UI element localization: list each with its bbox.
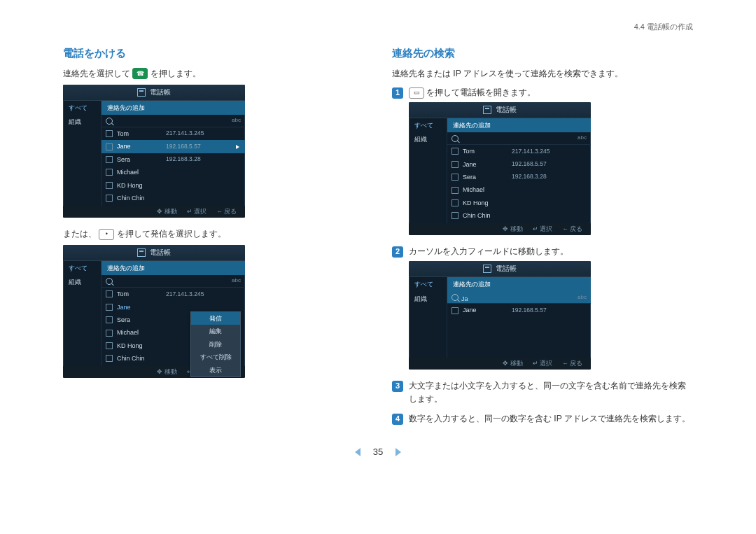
- list-item[interactable]: Sera192.168.3.28: [447, 171, 591, 183]
- list-item[interactable]: Chin Chin: [102, 192, 245, 204]
- right-intro: 連絡先名または IP アドレスを使って連絡先を検索できます。: [392, 67, 693, 80]
- step-2: 2 カーソルを入力フィールドに移動します。: [392, 245, 693, 258]
- menu-delete[interactable]: 削除: [191, 338, 240, 351]
- foot-back: ← 戻る: [562, 225, 582, 234]
- breadcrumb: 4.4 電話帳の作成: [63, 21, 693, 34]
- page-number: 35: [373, 445, 383, 460]
- input-mode: abc: [232, 276, 241, 286]
- foot-back: ← 戻る: [216, 207, 237, 217]
- search-icon: [451, 135, 458, 142]
- foot-select: ↵ 選択: [533, 359, 552, 369]
- step-badge: 2: [392, 246, 403, 258]
- list-item[interactable]: Michael: [447, 183, 591, 196]
- foot-move: ✥ 移動: [503, 225, 522, 234]
- step-text: 大文字または小文字を入力すると、同一の文字を含む名前で連絡先を検索します。: [409, 379, 693, 406]
- page-nav: 35: [63, 445, 693, 460]
- phonebook-title: 電話帳: [496, 104, 517, 115]
- search-row[interactable]: abc: [102, 275, 245, 288]
- search-input[interactable]: [115, 118, 229, 125]
- tab-all[interactable]: すべて: [409, 118, 447, 132]
- foot-move: ✥ 移動: [157, 207, 176, 217]
- contact-list: Tom217.141.3.245 Jane192.168.5.57 Sera19…: [447, 145, 591, 223]
- phonebook-title: 電話帳: [150, 87, 171, 98]
- search-row[interactable]: abc: [447, 132, 591, 145]
- add-contact[interactable]: 連絡先の追加: [102, 101, 245, 115]
- list-item[interactable]: KD Hong: [447, 197, 591, 209]
- book-icon: [137, 248, 146, 257]
- book-key-icon: ▭: [409, 87, 424, 99]
- text: 連絡先を選択して: [63, 69, 132, 78]
- menu-call[interactable]: 発信: [191, 312, 240, 325]
- add-contact[interactable]: 連絡先の追加: [447, 277, 591, 291]
- tab-org[interactable]: 組織: [409, 132, 447, 146]
- phonebook-figure-2: 電話帳 すべて 組織 連絡先の追加 abc: [63, 245, 364, 378]
- add-contact[interactable]: 連絡先の追加: [447, 118, 591, 132]
- phonebook-title-bar: 電話帳: [63, 245, 245, 261]
- menu-delete-all[interactable]: すべて削除: [191, 351, 240, 363]
- prev-page-icon[interactable]: [355, 448, 360, 456]
- left-column: 電話をかける 連絡先を選択して ☎ を押します。 電話帳 すべて 組織: [63, 45, 364, 428]
- step-4: 4 数字を入力すると、同一の数字を含む IP アドレスで連絡先を検索します。: [392, 412, 693, 426]
- list-item[interactable]: Jane192.168.5.57: [447, 304, 591, 316]
- search-input[interactable]: [115, 278, 229, 285]
- step-text: カーソルを入力フィールドに移動します。: [409, 245, 568, 258]
- tab-org[interactable]: 組織: [409, 292, 447, 306]
- next-page-icon[interactable]: [396, 448, 401, 456]
- list-item[interactable]: Sera192.168.3.28: [102, 153, 245, 166]
- foot-select: ↵ 選択: [533, 225, 552, 234]
- tab-all[interactable]: すべて: [63, 261, 101, 275]
- list-item[interactable]: Jane192.168.5.57: [447, 158, 591, 171]
- step-badge: 1: [392, 87, 403, 99]
- menu-edit[interactable]: 編集: [191, 325, 240, 337]
- list-item[interactable]: Tom217.141.3.245: [102, 127, 245, 140]
- context-menu: 発信 編集 削除 すべて削除 表示: [190, 311, 241, 377]
- search-icon: [106, 118, 113, 125]
- list-item[interactable]: Michael: [102, 166, 245, 178]
- text: を押します。: [150, 69, 201, 78]
- search-input[interactable]: [461, 135, 575, 142]
- phonebook-figure-3: 電話帳 すべて 組織 連絡先の追加 abc: [409, 102, 693, 235]
- call-key-icon: ☎: [132, 68, 148, 79]
- list-item[interactable]: Tom217.141.3.245: [447, 145, 591, 157]
- menu-show[interactable]: 表示: [191, 364, 240, 377]
- text: を押して発信を選択します。: [117, 229, 226, 239]
- step-3: 3 大文字または小文字を入力すると、同一の文字を含む名前で連絡先を検索します。: [392, 379, 693, 406]
- list-item[interactable]: Tom217.141.3.245: [102, 288, 245, 300]
- input-mode: abc: [578, 293, 587, 302]
- phonebook-title-bar: 電話帳: [63, 85, 245, 101]
- tab-org[interactable]: 組織: [63, 115, 101, 129]
- step-badge: 4: [392, 414, 403, 425]
- tab-org[interactable]: 組織: [63, 275, 101, 289]
- contact-list: Jane192.168.5.57: [447, 304, 591, 358]
- left-intro: 連絡先を選択して ☎ を押します。: [63, 67, 364, 80]
- step-1: 1 ▭ を押して電話帳を開きます。: [392, 86, 693, 99]
- book-icon: [137, 88, 146, 97]
- phonebook-title: 電話帳: [150, 247, 171, 258]
- tab-all[interactable]: すべて: [63, 101, 101, 115]
- step-text: 数字を入力すると、同一の数字を含む IP アドレスで連絡先を検索します。: [409, 412, 690, 426]
- search-row[interactable]: Ja abc: [447, 292, 591, 304]
- tab-all[interactable]: すべて: [409, 277, 447, 291]
- phonebook-figure-4: 電話帳 すべて 組織 連絡先の追加 Ja abc: [409, 261, 693, 370]
- list-item[interactable]: Michael217.141.12.39: [102, 204, 245, 205]
- input-mode: abc: [578, 134, 587, 143]
- left-heading: 電話をかける: [63, 45, 364, 62]
- right-column: 連絡先の検索 連絡先名または IP アドレスを使って連絡先を検索できます。 1 …: [392, 45, 693, 428]
- list-item[interactable]: KD Hong: [102, 179, 245, 192]
- book-icon: [483, 265, 491, 273]
- search-row[interactable]: abc: [102, 115, 245, 127]
- search-input[interactable]: Ja: [461, 294, 575, 301]
- right-heading: 連絡先の検索: [392, 45, 693, 62]
- step-badge: 3: [392, 381, 403, 392]
- phonebook-title-bar: 電話帳: [409, 261, 591, 277]
- text: または、: [63, 229, 97, 239]
- phonebook-title: 電話帳: [496, 263, 517, 274]
- foot-back: ← 戻る: [562, 359, 582, 369]
- list-item[interactable]: Jane192.168.5.57: [102, 140, 245, 153]
- add-contact[interactable]: 連絡先の追加: [102, 261, 245, 275]
- phonebook-figure-1: 電話帳 すべて 組織 連絡先の追加 abc: [63, 85, 364, 218]
- input-mode: abc: [232, 116, 241, 125]
- step-text: ▭ を押して電話帳を開きます。: [409, 86, 536, 99]
- list-item[interactable]: Chin Chin: [447, 209, 591, 222]
- list-item[interactable]: Michael217.141.12.39: [447, 223, 591, 223]
